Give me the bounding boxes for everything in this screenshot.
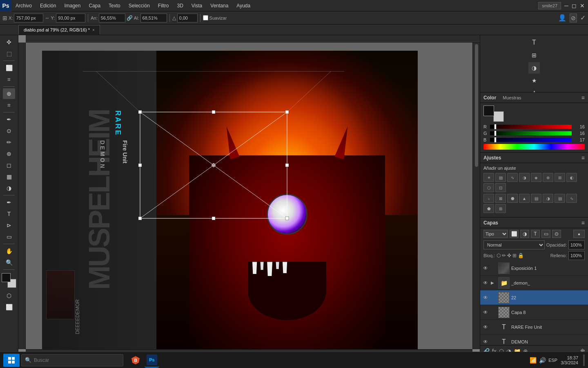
taskbar-search-box[interactable]: 🔍 (21, 354, 123, 366)
layer-eye-capa8[interactable]: 👁 (482, 309, 489, 316)
adj-colorbalance[interactable]: ⊞ (555, 173, 565, 182)
w-input[interactable] (99, 13, 125, 22)
adj-bw[interactable]: ◐ (566, 173, 577, 182)
tool-text[interactable]: T (3, 209, 15, 219)
canvas-viewport[interactable]: MUSPELHEIM DEMON RARE Fire Unit DEEEEDEM… (26, 43, 480, 349)
layer-filter-pixel[interactable]: ⬜ (510, 230, 519, 238)
scroll-thumb-v[interactable] (475, 44, 478, 167)
person-icon[interactable]: 👤 (558, 14, 566, 22)
taskbar-clock[interactable]: 18:37 3/3/2024 (561, 355, 578, 365)
menu-3d[interactable]: 3D (173, 0, 187, 11)
adj-brightness[interactable]: ☀ (483, 173, 494, 182)
layer-eye-demon-text[interactable]: 👁 (482, 338, 489, 346)
canvas-area[interactable]: MUSPELHEIM DEMON RARE Fire Unit DEEEEDEM… (18, 35, 480, 357)
channel-g-bar[interactable] (490, 131, 572, 135)
document-canvas[interactable]: MUSPELHEIM DEMON RARE Fire Unit DEEEEDEM… (42, 51, 418, 349)
adj-levels[interactable]: ▤ (495, 173, 506, 182)
tool-lasso[interactable]: ⌗ (3, 74, 15, 85)
layers-panel-title[interactable]: Capas (483, 220, 498, 226)
opacity-input[interactable] (568, 240, 585, 249)
taskbar-brave-app[interactable]: B (128, 353, 143, 368)
adj-vibrance[interactable]: ◈ (531, 173, 541, 182)
adj-photofil[interactable]: ⬡ (483, 183, 494, 192)
tray-icon-volume[interactable]: 🔊 (539, 357, 546, 364)
lock-position[interactable]: ✜ (507, 253, 511, 258)
dock-icon-layers[interactable]: ⊞ (528, 49, 540, 61)
menu-archivo[interactable]: Archivo (11, 0, 36, 11)
tool-path[interactable]: ⊳ (3, 220, 15, 231)
lock-all[interactable]: 🔒 (518, 253, 524, 258)
cancel-icon[interactable]: ⊘ (570, 13, 577, 22)
adj-panel-title[interactable]: Ajustes (483, 155, 501, 161)
layer-filter-shape[interactable]: ▭ (541, 230, 550, 238)
adj-curves2[interactable]: ∿ (566, 194, 577, 203)
layer-filter-text[interactable]: T (531, 230, 540, 238)
channel-b-thumb[interactable] (494, 137, 497, 143)
tool-transform[interactable]: ⊕ (3, 88, 15, 99)
channel-g-thumb[interactable] (494, 130, 497, 136)
adj-levels2[interactable]: ▤ (555, 194, 565, 203)
vertical-scrollbar[interactable] (472, 43, 480, 349)
lock-artboard[interactable]: ⊞ (512, 253, 517, 258)
layer-row-capa8[interactable]: 👁 Capa 8 (480, 305, 588, 320)
tool-marquee-rect[interactable]: ⬜ (3, 63, 15, 73)
taskbar-search-input[interactable] (34, 357, 120, 363)
window-minimize[interactable]: ─ (564, 2, 568, 9)
menu-ventana[interactable]: Ventana (206, 0, 232, 11)
muestras-panel-tab[interactable]: Muestras (503, 95, 521, 100)
tool-eyedropper[interactable]: ✒ (3, 114, 15, 125)
tool-pen[interactable]: ✒ (3, 197, 15, 208)
adj-curves[interactable]: ∿ (507, 173, 518, 182)
color-spectrum-bar[interactable] (483, 144, 585, 150)
layer-row-rare[interactable]: 👁 T RARE Fire Unit (480, 320, 588, 334)
adj-exposure[interactable]: ◑ (519, 173, 530, 182)
link-icon[interactable]: 🔗 (127, 15, 133, 21)
tray-icon-network[interactable]: 📶 (530, 357, 537, 364)
x-input[interactable] (14, 13, 43, 22)
adj-channel-mixer[interactable]: ⊡ (495, 183, 506, 192)
adj-posterize[interactable]: ⬣ (507, 194, 518, 203)
adj-gradient-map[interactable]: ▤ (531, 194, 541, 203)
document-tab-main[interactable]: diablo.psd al 79% (22, RGB/16) * × (18, 25, 100, 35)
adj-threshold[interactable]: ▲ (519, 194, 530, 203)
window-restore[interactable]: ◻ (572, 2, 577, 9)
lock-transparent[interactable]: ⬡ (497, 253, 501, 258)
layer-eye-exposicion[interactable]: 👁 (482, 265, 489, 272)
adj-extra[interactable]: ⊞ (495, 204, 506, 213)
y-input[interactable] (56, 13, 85, 22)
tray-language[interactable]: ESP (548, 358, 557, 363)
layers-list[interactable]: 👁 Exposición 1 👁 ▶ 📁 _demon_ 👁 (480, 261, 588, 345)
layers-panel-options[interactable]: ≡ (581, 220, 585, 226)
adj-colorlookup[interactable]: ⬦ (483, 194, 494, 203)
color-selector[interactable] (2, 273, 16, 288)
blend-mode-select[interactable]: Normal (483, 240, 545, 249)
color-panel-options[interactable]: ≡ (581, 94, 585, 101)
menu-seleccion[interactable]: Selección (125, 0, 154, 11)
menu-vista[interactable]: Vista (187, 0, 206, 11)
layer-row-demon-text[interactable]: 👁 T DEMON (480, 334, 588, 345)
background-swatch[interactable] (493, 111, 504, 122)
layer-filter-smart[interactable]: ⊙ (552, 230, 561, 238)
foreground-color[interactable] (2, 273, 11, 282)
angle-input[interactable] (177, 13, 198, 22)
tool-crop[interactable]: ⌗ (3, 100, 15, 110)
layer-row-demon-group[interactable]: 👁 ▶ 📁 _demon_ (480, 276, 588, 290)
dock-icon-styles[interactable]: ★ (528, 75, 540, 86)
tool-dodge[interactable]: ◑ (3, 183, 15, 193)
fill-input[interactable] (568, 251, 585, 260)
adj-shadows[interactable]: ⬟ (483, 204, 494, 213)
layer-filter-type[interactable]: Tipo (483, 230, 508, 238)
tool-screen-mode[interactable]: ⬜ (3, 302, 15, 312)
menu-capa[interactable]: Capa (85, 0, 105, 11)
window-close[interactable]: ✕ (580, 2, 585, 9)
tool-hand[interactable]: ✋ (3, 246, 15, 256)
layer-row-22[interactable]: 👁 22 (480, 290, 588, 305)
menu-imagen[interactable]: Imagen (60, 0, 85, 11)
layer-row-exposicion[interactable]: 👁 Exposición 1 (480, 261, 588, 276)
adj-hsl[interactable]: ⊕ (543, 173, 553, 182)
windows-start-button[interactable] (3, 354, 20, 367)
adj-invert[interactable]: ⊠ (495, 194, 506, 203)
tool-shape[interactable]: ▭ (3, 231, 15, 242)
layer-filter-toggle[interactable]: ● (573, 230, 585, 238)
taskbar-photoshop-app[interactable]: Ps (145, 353, 159, 368)
